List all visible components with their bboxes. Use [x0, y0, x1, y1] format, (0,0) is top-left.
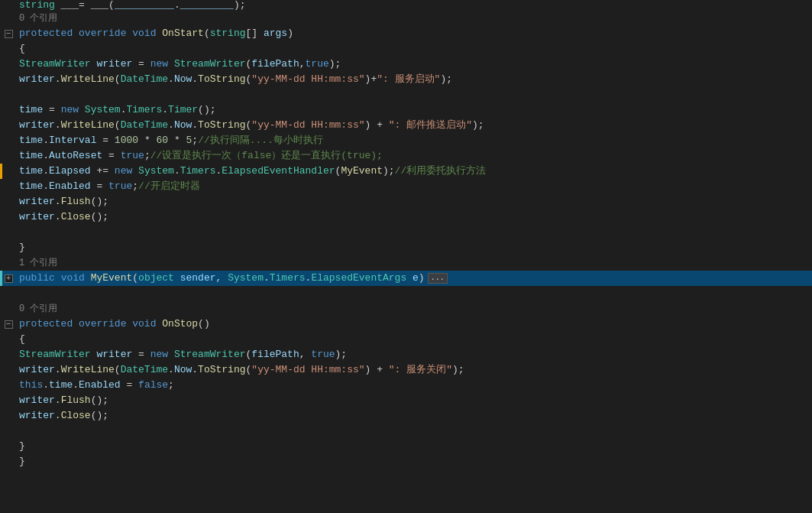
editor-row: writer.Close(); [0, 209, 812, 225]
editor-row: writer.WriteLine(DateTime.Now.ToString("… [0, 362, 812, 378]
editor-row [0, 225, 812, 240]
code-line: } [15, 439, 812, 454]
collapsed-badge[interactable]: ... [428, 273, 448, 284]
code-line: time.Interval = 1000 * 60 * 5;//执行间隔....… [15, 133, 812, 148]
editor-row [0, 87, 812, 102]
code-line: { [15, 41, 812, 57]
code-line: this.time.Enabled = false; [15, 378, 812, 393]
editor-row: time.Interval = 1000 * 60 * 5;//执行间隔....… [0, 133, 812, 148]
ref-label: 0 个引用 [15, 11, 812, 26]
editor-row: writer.Flush(); [0, 194, 812, 209]
editor-row: } [0, 240, 812, 255]
editor-row: } [0, 454, 812, 469]
editor-row: −protected override void OnStart(string[… [0, 26, 812, 41]
code-line: StreamWriter writer = new StreamWriter(f… [15, 347, 812, 362]
fold-plus-icon[interactable]: + [5, 274, 13, 283]
editor-row: writer.Flush(); [0, 393, 812, 408]
code-line: { [15, 332, 812, 347]
editor-row: writer.Close(); [0, 408, 812, 424]
editor-row: StreamWriter writer = new StreamWriter(f… [0, 57, 812, 72]
editor-row [0, 286, 812, 301]
blue-indicator [0, 271, 2, 286]
editor-row: 0 个引用 [0, 301, 812, 317]
yellow-indicator [0, 164, 2, 179]
editor: string ___= ___(__________._________);0 … [0, 0, 812, 513]
editor-row [0, 424, 812, 439]
editor-row: time.Enabled = true;//开启定时器 [0, 179, 812, 194]
code-line: writer.WriteLine(DateTime.Now.ToString("… [15, 72, 812, 87]
editor-row: StreamWriter writer = new StreamWriter(f… [0, 347, 812, 362]
editor-row: } [0, 439, 812, 454]
code-line: protected override void OnStop() [15, 317, 812, 332]
editor-row: 1 个引用 [0, 255, 812, 271]
editor-row: { [0, 332, 812, 347]
code-line: time.Elapsed += new System.Timers.Elapse… [15, 164, 812, 179]
code-line: writer.WriteLine(DateTime.Now.ToString("… [15, 362, 812, 378]
ref-label: 0 个引用 [15, 301, 812, 317]
code-line: writer.Flush(); [15, 393, 812, 408]
code-line: public void MyEvent(object sender, Syste… [15, 271, 812, 286]
editor-row: time.AutoReset = true;//设置是执行一次（false）还是… [0, 148, 812, 164]
code-line: time = new System.Timers.Timer(); [15, 102, 812, 118]
editor-row: writer.WriteLine(DateTime.Now.ToString("… [0, 118, 812, 133]
code-line: } [15, 454, 812, 469]
code-line: } [15, 240, 812, 255]
editor-row: time = new System.Timers.Timer(); [0, 102, 812, 118]
editor-row: +public void MyEvent(object sender, Syst… [0, 271, 812, 286]
editor-row: −protected override void OnStop() [0, 317, 812, 332]
editor-row: 0 个引用 [0, 11, 812, 26]
fold-minus-icon[interactable]: − [5, 320, 13, 329]
code-line: writer.Flush(); [15, 194, 812, 209]
code-line: protected override void OnStart(string[]… [15, 26, 812, 41]
code-line: time.AutoReset = true;//设置是执行一次（false）还是… [15, 148, 812, 164]
editor-row: this.time.Enabled = false; [0, 378, 812, 393]
ref-label: 1 个引用 [15, 255, 812, 271]
code-line: writer.Close(); [15, 408, 812, 424]
code-line: StreamWriter writer = new StreamWriter(f… [15, 57, 812, 72]
editor-row: string ___= ___(__________._________); [0, 0, 812, 11]
editor-row: time.Elapsed += new System.Timers.Elapse… [0, 164, 812, 179]
editor-row: writer.WriteLine(DateTime.Now.ToString("… [0, 72, 812, 87]
code-line: writer.WriteLine(DateTime.Now.ToString("… [15, 118, 812, 133]
fold-minus-icon[interactable]: − [5, 30, 13, 38]
code-line: time.Enabled = true;//开启定时器 [15, 179, 812, 194]
code-line: writer.Close(); [15, 209, 812, 225]
editor-row: { [0, 41, 812, 57]
